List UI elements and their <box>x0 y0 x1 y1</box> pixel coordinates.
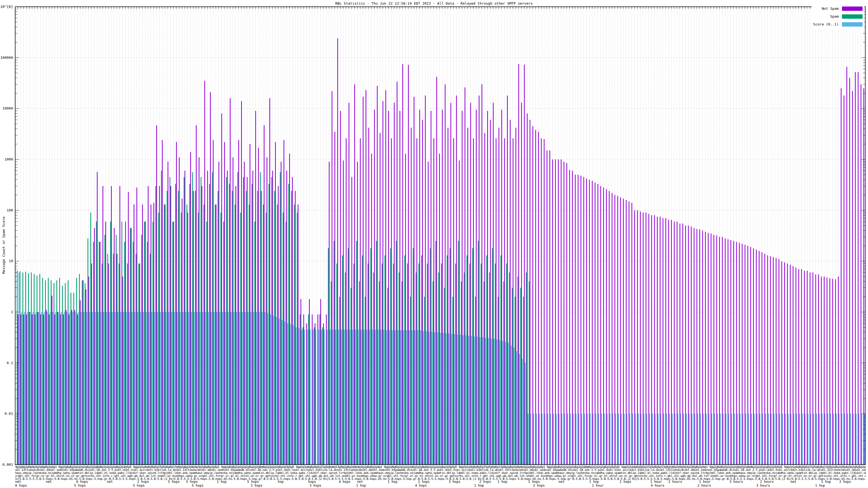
bar-score <box>796 414 797 465</box>
bar-spam <box>31 272 32 465</box>
bar-score <box>505 342 506 465</box>
legend-swatch-not-spam <box>842 6 863 11</box>
bar-not-spam <box>815 274 816 465</box>
bar-spam <box>382 263 382 465</box>
bar-score <box>808 414 809 465</box>
bar-not-spam <box>247 177 248 465</box>
bar-spam <box>135 254 136 465</box>
bar-spam <box>249 204 250 465</box>
bar-not-spam <box>18 315 19 465</box>
bar-score <box>58 312 59 465</box>
bar-score <box>553 414 554 465</box>
bar-not-spam <box>544 139 545 465</box>
bar-score <box>547 414 548 465</box>
bar-score <box>570 414 571 465</box>
bar-score <box>358 330 359 465</box>
bar-score <box>276 317 277 465</box>
bar-score <box>723 414 724 465</box>
bar-score <box>299 328 300 465</box>
bar-score <box>55 312 56 465</box>
bar-spam <box>164 204 165 465</box>
bar-not-spam <box>400 111 400 465</box>
bar-not-spam <box>131 228 131 465</box>
bar-not-spam <box>187 213 188 465</box>
bar-spam <box>266 213 267 465</box>
bar-not-spam <box>193 191 194 465</box>
x-hops-row-2: 6 hops5 hops5 hops5 hops3 hops3 hops1 ho… <box>15 484 866 488</box>
bar-score <box>717 414 718 465</box>
bar-score <box>103 312 104 465</box>
bar-score <box>576 414 577 465</box>
bar-spam <box>175 184 176 465</box>
bar-not-spam <box>425 95 426 465</box>
bar-not-spam <box>309 299 310 465</box>
bar-not-spam <box>420 110 420 465</box>
bar-not-spam <box>371 154 372 465</box>
bar-score <box>409 330 410 465</box>
bar-score <box>853 414 854 465</box>
bar-score <box>613 414 613 465</box>
bar-not-spam <box>490 120 491 465</box>
bar-spam <box>20 271 20 465</box>
bar-not-spam <box>414 97 414 465</box>
bar-not-spam <box>71 310 72 465</box>
bar-not-spam <box>852 91 853 465</box>
bar-not-spam <box>88 276 89 465</box>
x-hops-label: 4 hops <box>415 484 427 487</box>
bar-not-spam <box>693 228 694 465</box>
x-hops-label: 1 hop <box>497 480 507 483</box>
x-hops-label: net <box>46 480 52 483</box>
bar-score <box>225 312 226 465</box>
y-tick-label: 1000 <box>5 157 13 161</box>
bar-score <box>301 330 302 465</box>
bar-not-spam <box>303 315 304 465</box>
bar-not-spam <box>465 87 465 465</box>
bar-spam <box>288 184 289 465</box>
bar-score <box>675 414 676 465</box>
bar-spam <box>500 255 501 465</box>
bar-spam <box>107 254 108 465</box>
bar-not-spam <box>733 241 734 465</box>
bar-spam <box>464 272 464 465</box>
bar-score <box>550 414 551 465</box>
bar-score <box>533 414 534 465</box>
bar-spam <box>263 204 264 465</box>
bar-score <box>601 414 602 465</box>
bar-spam <box>166 191 167 465</box>
bar-spam <box>23 272 23 465</box>
bar-spam <box>362 255 363 465</box>
bar-not-spam <box>136 188 137 465</box>
bar-score <box>414 330 415 465</box>
bar-score <box>641 414 642 465</box>
bar-spam <box>85 283 86 465</box>
bar-score <box>491 338 492 465</box>
bar-not-spam <box>827 278 827 465</box>
x-hops-label: 3 hours <box>756 484 770 487</box>
bar-spam <box>37 276 37 465</box>
bar-not-spam <box>37 312 38 465</box>
bar-spam <box>283 213 283 465</box>
bar-score <box>392 330 393 465</box>
bar-spam <box>229 184 230 465</box>
bar-score <box>268 313 268 465</box>
x-hops-label: 5 hops <box>192 484 204 487</box>
bar-spam <box>59 278 60 465</box>
bar-score <box>403 330 404 465</box>
bar-score <box>725 414 726 465</box>
bar-score <box>531 414 531 465</box>
bar-spam <box>469 263 470 465</box>
bar-spam <box>201 177 202 465</box>
bar-score <box>692 414 692 465</box>
bar-score <box>383 330 384 465</box>
x-hops-label: 3 hops <box>528 480 540 483</box>
bar-spam <box>56 280 57 465</box>
bar-score <box>859 414 859 465</box>
bar-spam <box>345 272 346 465</box>
bar-score <box>72 312 73 465</box>
bar-not-spam <box>380 133 380 465</box>
bar-score <box>310 330 311 465</box>
bar-score <box>454 334 455 465</box>
bar-score <box>584 414 585 465</box>
bar-spam <box>396 241 397 465</box>
bar-spam <box>79 274 80 465</box>
